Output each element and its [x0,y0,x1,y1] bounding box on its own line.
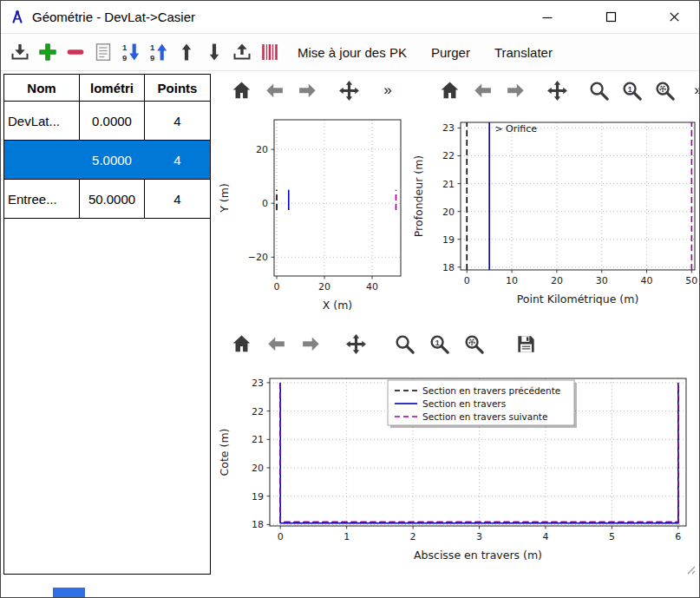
svg-text:18: 18 [442,262,455,273]
purge-button[interactable]: Purger [419,38,482,66]
back-arrow-icon [472,80,494,102]
pk-stripes-button[interactable] [258,38,282,66]
svg-text:40: 40 [366,281,378,292]
svg-text:Cote (m): Cote (m) [218,429,231,476]
svg-text:3: 3 [476,531,482,542]
table-row[interactable]: Entree... 50.0000 4 [4,180,210,219]
svg-text:22: 22 [442,150,455,161]
cell-points: 4 [145,141,210,179]
main-toolbar: Mise à jour des PK Purger Translater [1,33,699,71]
svg-text:0: 0 [278,531,284,542]
minimize-button[interactable] [527,3,567,32]
profile-back-button[interactable] [469,77,495,103]
cross-back-button[interactable] [263,331,289,357]
cell-pk: 50.0000 [80,180,145,218]
cell-pk: 0.0000 [80,102,145,140]
app-icon [10,10,25,25]
svg-text:Section en travers suivante: Section en travers suivante [422,411,547,422]
sort-ascending-button[interactable] [119,38,143,66]
delete-row-button[interactable] [63,38,88,66]
zoom-icon [394,333,415,355]
minimize-icon [542,12,553,23]
move-down-button[interactable] [202,38,226,66]
svg-text:19: 19 [442,234,455,246]
profile-home-button[interactable] [436,77,462,103]
svg-text:0: 0 [274,281,280,292]
pan-move-icon [345,333,367,355]
svg-text:22: 22 [252,406,264,417]
import-icon [10,42,30,62]
svg-text:21: 21 [252,434,264,445]
arrow-up-icon [176,42,197,62]
profile-chart[interactable]: 01020304050181920212223> OrificePoint Ki… [409,112,699,322]
svg-text:Point Kilométrique (m): Point Kilométrique (m) [517,292,639,306]
svg-text:Profondeur (m): Profondeur (m) [412,155,425,237]
svg-text:4: 4 [542,531,548,542]
sort-descending-button[interactable] [147,38,171,66]
svg-text:0: 0 [262,198,268,209]
export-icon [232,42,252,62]
edit-button[interactable] [91,38,115,66]
cell-points: 4 [145,102,210,140]
column-header-points[interactable]: Points [145,75,210,101]
cross-zoom-fit-button[interactable] [461,331,487,357]
update-pk-button[interactable]: Mise à jour des PK [285,38,419,66]
svg-text:Abscisse en travers (m): Abscisse en travers (m) [414,549,542,562]
add-row-button[interactable] [36,38,60,66]
minus-icon [65,42,86,62]
cell-nom: Entree... [4,180,80,218]
maximize-icon [605,11,617,23]
column-header-nom[interactable]: Nom [4,75,80,101]
svg-text:Y (m): Y (m) [218,183,231,214]
resize-grip[interactable] [684,562,697,576]
plan-home-button[interactable] [228,77,254,103]
close-button[interactable] [654,3,694,32]
profile-zoom-1-button[interactable] [618,77,644,103]
plan-view-chart[interactable]: 02040−20020X (m)Y (m) [214,112,407,322]
zoom-1-icon [621,80,643,102]
svg-text:−20: −20 [248,252,268,263]
profile-zoom-button[interactable] [586,77,612,103]
table-row[interactable]: DevLat... 0.0000 4 [4,102,210,141]
profile-forward-button[interactable] [502,77,528,103]
sort-descending-icon [148,42,169,62]
svg-text:1: 1 [343,531,350,542]
cross-zoom-1-button[interactable] [426,331,452,357]
cross-section-toolbar [228,329,539,358]
plan-toolbar-overflow-button[interactable]: » [379,82,396,99]
import-button[interactable] [8,38,32,66]
cross-forward-button[interactable] [298,331,324,357]
svg-text:6: 6 [675,531,681,542]
plan-back-button[interactable] [261,77,287,103]
back-arrow-icon [265,333,287,355]
cross-zoom-button[interactable] [391,331,417,357]
svg-text:2: 2 [410,531,416,542]
export-button[interactable] [230,38,254,66]
title-bar: Géométrie - DevLat->Casier [1,1,699,33]
table-row-selected[interactable]: 5.0000 4 [4,141,210,180]
profile-pan-button[interactable] [544,77,570,103]
forward-arrow-icon [297,80,318,102]
cross-section-chart[interactable]: 0123456181920212223Abscisse en travers (… [214,367,699,578]
column-header-pk[interactable]: lométri [80,75,145,101]
forward-arrow-icon [505,80,527,102]
cross-pan-button[interactable] [343,331,369,357]
translate-button[interactable]: Translater [482,38,565,66]
svg-text:20: 20 [252,463,264,474]
maximize-button[interactable] [591,3,631,32]
svg-text:5: 5 [609,531,615,542]
cross-save-button[interactable] [513,331,539,357]
home-icon [231,80,252,102]
profile-zoom-fit-button[interactable] [651,77,677,103]
svg-text:18: 18 [252,519,264,530]
home-icon [231,333,252,355]
profile-toolbar-overflow-button[interactable]: » [690,82,700,99]
pan-move-icon [338,80,360,102]
cross-home-button[interactable] [228,331,254,357]
sections-table: Nom lométri Points DevLat... 0.0000 4 5.… [3,74,211,575]
svg-text:20: 20 [256,144,268,155]
plan-forward-button[interactable] [294,77,320,103]
svg-text:20: 20 [318,281,330,292]
plan-pan-button[interactable] [336,77,362,103]
move-up-button[interactable] [174,38,199,66]
